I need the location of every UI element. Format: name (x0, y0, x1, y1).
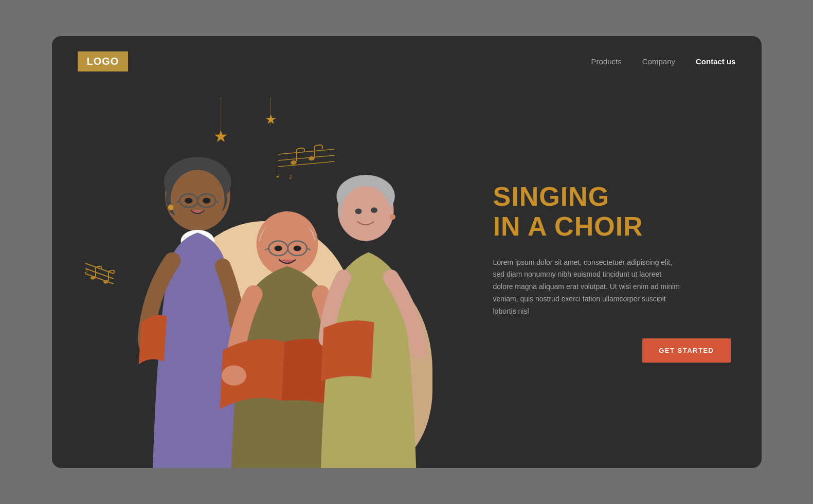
content-area: SINGING IN A CHOIR Lorem ipsum dolor sit… (478, 87, 762, 468)
svg-line-0 (85, 263, 114, 274)
svg-text:♪: ♪ (84, 265, 88, 276)
main-content: ★ ★ (52, 87, 762, 468)
logo: LOGO (78, 51, 129, 71)
svg-point-45 (341, 186, 390, 240)
navigation: Products Company Contact us (591, 57, 736, 66)
header: LOGO Products Company Contact us (52, 36, 762, 87)
svg-line-9 (278, 155, 335, 160)
svg-line-2 (85, 274, 114, 284)
svg-point-40 (222, 366, 246, 386)
illustration-area: ★ ★ (52, 87, 478, 468)
svg-text:♪: ♪ (288, 172, 293, 181)
svg-point-27 (185, 198, 192, 204)
svg-point-48 (390, 214, 395, 220)
svg-text:♩: ♩ (276, 168, 280, 179)
page-wrapper: LOGO Products Company Contact us ★ ★ (52, 36, 762, 468)
svg-point-46 (355, 208, 362, 214)
nav-company[interactable]: Company (642, 57, 675, 66)
svg-point-38 (274, 245, 282, 251)
music-notes-left: ♪ (83, 258, 124, 291)
svg-point-13 (309, 156, 315, 161)
nav-products[interactable]: Products (591, 57, 622, 66)
nav-contact[interactable]: Contact us (696, 57, 736, 66)
svg-line-8 (278, 149, 335, 154)
svg-line-10 (278, 161, 335, 167)
svg-point-11 (291, 160, 297, 165)
svg-line-1 (85, 268, 114, 279)
music-notes-right: ♩ ♪ (273, 144, 345, 187)
hero-description: Lorem ipsum dolor sit amet, consectetuer… (493, 257, 683, 318)
get-started-button[interactable]: GET STARTED (642, 338, 730, 363)
svg-point-47 (370, 207, 377, 213)
svg-point-29 (168, 205, 173, 210)
main-headline: SINGING IN A CHOIR (493, 182, 731, 241)
svg-point-39 (293, 245, 301, 251)
svg-point-28 (203, 198, 210, 204)
